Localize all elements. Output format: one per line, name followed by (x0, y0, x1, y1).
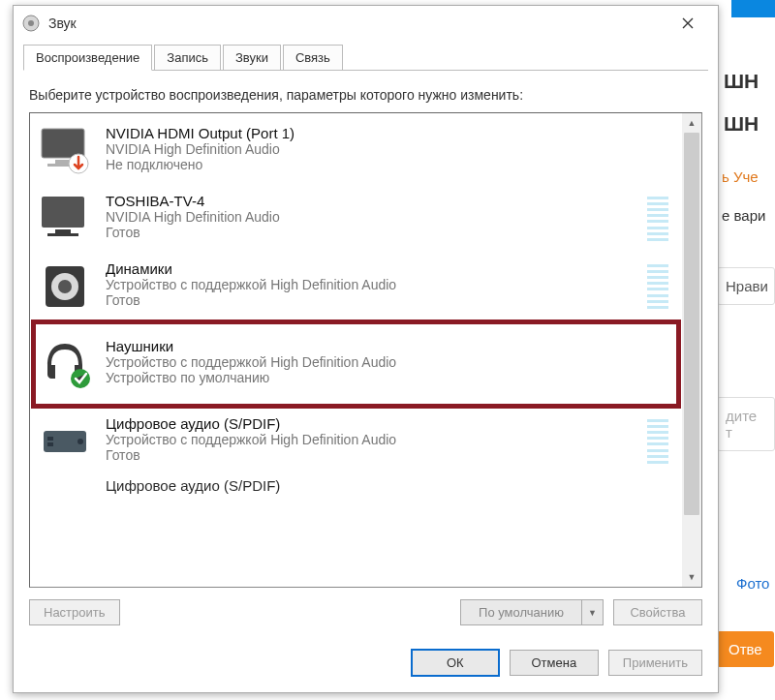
device-item[interactable]: Динамики Устройство с поддержкой High De… (32, 253, 680, 320)
speaker-icon (38, 260, 92, 313)
config-button-row: Настроить По умолчанию ▼ Свойства (29, 599, 702, 625)
device-list-box: NVIDIA HDMI Output (Port 1) NVIDIA High … (29, 112, 702, 588)
title-bar: Звук (14, 6, 718, 41)
bg-enter-box[interactable]: дите т (717, 397, 775, 451)
level-meter (647, 419, 668, 464)
set-default-button[interactable]: По умолчанию (460, 599, 582, 625)
configure-button[interactable]: Настроить (29, 599, 120, 625)
apply-button[interactable]: Применить (608, 650, 702, 676)
cancel-button[interactable]: Отмена (510, 650, 599, 676)
set-default-dropdown[interactable]: ▼ (582, 599, 604, 625)
device-info: Наушники Устройство с поддержкой High De… (106, 338, 674, 385)
bg-heading-2: ШН (724, 112, 775, 136)
device-driver: NVIDIA High Definition Audio (106, 141, 674, 157)
device-driver: NVIDIA High Definition Audio (106, 209, 647, 225)
bg-heading-1: ШН (724, 70, 775, 93)
device-name: Динамики (106, 260, 647, 277)
scroll-track[interactable] (682, 133, 701, 567)
scroll-thumb[interactable] (684, 133, 699, 515)
svg-point-17 (78, 439, 83, 444)
bg-blue-bar (731, 0, 775, 17)
level-meter (647, 264, 668, 309)
device-name: Цифровое аудио (S/PDIF) (106, 415, 647, 432)
dialog-title: Звук (48, 15, 666, 31)
device-item[interactable]: Цифровое аудио (S/PDIF) (32, 475, 680, 494)
ok-button[interactable]: ОК (411, 649, 500, 677)
svg-rect-8 (55, 229, 71, 233)
digital-audio-icon (38, 415, 92, 468)
sound-app-icon (21, 14, 41, 33)
device-driver: Устройство с поддержкой High Definition … (106, 432, 647, 447)
monitor-icon (38, 193, 92, 245)
device-driver: Устройство с поддержкой High Definition … (106, 277, 647, 292)
bg-variant-text: е вари (722, 207, 765, 224)
device-info: NVIDIA HDMI Output (Port 1) NVIDIA High … (106, 125, 674, 172)
device-status: Готов (106, 447, 647, 463)
device-name: Цифровое аудио (S/PDIF) (106, 477, 674, 494)
device-info: TOSHIBA-TV-4 NVIDIA High Definition Audi… (106, 193, 647, 240)
svg-rect-9 (47, 233, 78, 236)
device-info: Цифровое аудио (S/PDIF) (106, 477, 674, 494)
tab-sounds[interactable]: Звуки (223, 45, 281, 71)
tabs-bar: Воспроизведение Запись Звуки Связь (14, 41, 718, 71)
device-item[interactable]: TOSHIBA-TV-4 NVIDIA High Definition Audi… (32, 185, 680, 253)
level-meter (647, 197, 668, 241)
dialog-footer: ОК Отмена Применить (14, 635, 718, 692)
device-name: NVIDIA HDMI Output (Port 1) (106, 125, 674, 141)
device-status: Не подключено (106, 157, 674, 172)
tab-content: Выберите устройство воспроизведения, пар… (14, 71, 718, 635)
device-driver: Устройство с поддержкой High Definition … (106, 354, 674, 370)
bg-photo-link[interactable]: Фото (736, 575, 769, 592)
device-list: NVIDIA HDMI Output (Port 1) NVIDIA High … (30, 113, 682, 587)
device-item-default[interactable]: Наушники Устройство с поддержкой High De… (32, 320, 680, 408)
device-status: Готов (106, 292, 647, 308)
properties-button[interactable]: Свойства (613, 599, 702, 625)
device-item[interactable]: NVIDIA HDMI Output (Port 1) NVIDIA High … (32, 117, 680, 185)
bg-like-box[interactable]: Нрави (717, 267, 775, 305)
svg-rect-16 (47, 442, 53, 446)
svg-point-1 (28, 20, 34, 26)
tab-playback[interactable]: Воспроизведение (23, 45, 152, 71)
scroll-up-arrow[interactable]: ▲ (682, 113, 701, 133)
bg-account-link[interactable]: ь Уче (722, 168, 759, 185)
tab-recording[interactable]: Запись (154, 45, 221, 71)
scrollbar[interactable]: ▲ ▼ (682, 113, 701, 587)
monitor-disconnected-icon (38, 125, 92, 177)
instruction-text: Выберите устройство воспроизведения, пар… (29, 86, 702, 105)
headphones-default-icon (38, 338, 92, 390)
tab-communications[interactable]: Связь (283, 45, 343, 71)
svg-rect-2 (42, 129, 84, 158)
device-item[interactable]: Цифровое аудио (S/PDIF) Устройство с под… (32, 408, 680, 475)
svg-rect-7 (42, 197, 84, 228)
device-status: Готов (106, 225, 647, 240)
bg-answer-button[interactable]: Отве (717, 631, 774, 667)
svg-point-12 (58, 280, 72, 293)
device-name: TOSHIBA-TV-4 (106, 193, 647, 209)
device-info: Цифровое аудио (S/PDIF) Устройство с под… (106, 415, 647, 463)
sound-dialog: Звук Воспроизведение Запись Звуки Связь … (13, 5, 719, 693)
digital-audio-icon (38, 477, 92, 487)
device-status: Устройство по умолчанию (106, 370, 674, 385)
svg-rect-15 (47, 437, 53, 441)
device-name: Наушники (106, 338, 674, 354)
close-button[interactable] (666, 9, 710, 38)
device-info: Динамики Устройство с поддержкой High De… (106, 260, 647, 308)
set-default-group: По умолчанию ▼ (460, 599, 604, 625)
scroll-down-arrow[interactable]: ▼ (682, 567, 701, 587)
